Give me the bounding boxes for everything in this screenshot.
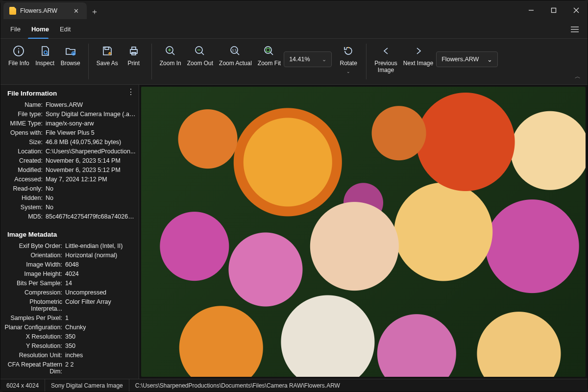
inspect-icon [39,45,51,57]
save-icon [101,45,114,57]
zoom-out-button[interactable]: Zoom Out [184,43,216,69]
zoom-actual-icon: 1:1 [229,45,242,57]
inspect-button[interactable]: Inspect [32,43,58,69]
menu-edit[interactable]: Edit [55,24,75,35]
zoom-in-icon [164,45,177,57]
print-icon [127,45,140,57]
svg-point-8 [18,49,19,49]
info-row: CFA Repeat Pattern Dim:2 2 [0,360,139,376]
minimize-button[interactable] [520,0,542,20]
maximize-button[interactable] [542,0,565,20]
collapse-ribbon-icon[interactable]: ︿ [573,72,583,81]
info-row: Resolution Unit:inches [0,350,139,360]
info-row: Modified:November 6, 2023 5:12 PM [0,165,139,174]
info-row: Name:Flowers.ARW [0,100,139,109]
status-filetype: Sony Digital Camera Image [45,379,129,392]
info-row: Hidden:No [0,193,139,202]
svg-line-21 [172,52,174,55]
zoom-actual-button[interactable]: 1:1 Zoom Actual [216,43,255,69]
next-image-button[interactable]: Next Image [400,43,436,69]
info-row: Created:November 6, 2023 5:14 PM [0,156,139,165]
main-body: ⋮ File Information Name:Flowers.ARW File… [0,85,588,379]
zoom-level-select[interactable]: 14.41% ⌄ [284,51,332,67]
chevron-down-icon: ⌄ [487,56,492,63]
info-row: Read-only:No [0,184,139,193]
info-row: Bits Per Sample:14 [0,278,139,288]
save-as-button[interactable]: Save As [94,43,121,69]
chevron-down-icon: ⌄ [346,69,350,74]
svg-rect-15 [105,47,109,49]
close-window-button[interactable] [565,0,588,20]
close-tab-icon[interactable]: ✕ [72,7,80,15]
status-bar: 6024 x 4024 Sony Digital Camera Image C:… [0,379,588,392]
svg-line-31 [270,52,273,55]
chevron-down-icon: ⌄ [322,56,326,63]
info-row: Orientation:Horizontal (normal) [0,250,139,260]
folder-icon [64,45,77,57]
info-row: Samples Per Pixel:1 [0,313,139,322]
status-dimensions: 6024 x 4024 [0,379,45,392]
menubar: File Home Edit [0,20,588,39]
file-information-heading: File Information [0,85,139,100]
info-row: Planar Configuration:Chunky [0,322,139,332]
info-row: Photometric Interpreta...Color Filter Ar… [0,297,139,313]
image-canvas [141,87,586,377]
menu-file[interactable]: File [5,24,25,35]
svg-line-25 [201,52,204,55]
svg-line-11 [47,53,48,55]
svg-rect-32 [267,49,270,52]
titlebar: Flowers.ARW ✕ ＋ [0,0,588,20]
status-path: C:\Users\SharpenedProductions\Documents\… [129,379,346,392]
info-row: Size:46.8 MB (49,075,962 bytes) [0,137,139,147]
info-panel: ⋮ File Information Name:Flowers.ARW File… [0,85,139,379]
svg-point-10 [44,51,47,54]
info-row: Y Resolution:350 [0,341,139,350]
rotate-icon [342,45,355,57]
svg-rect-17 [130,49,137,53]
svg-rect-1 [552,8,556,13]
image-viewer[interactable] [139,85,588,379]
chevron-right-icon [412,45,425,57]
svg-point-30 [265,47,271,53]
browse-button[interactable]: Browse [58,43,83,69]
hamburger-menu-icon[interactable] [567,22,583,37]
info-row: Compression:Uncompressed [0,288,139,297]
svg-text:1:1: 1:1 [232,49,237,52]
zoom-in-button[interactable]: Zoom In [157,43,184,69]
panel-menu-icon[interactable]: ⋮ [126,87,136,97]
info-row: MD5:85c467fc42754f79fc68a74026a6c... [0,212,139,221]
zoom-value: 14.41% [289,56,310,63]
info-row: Image Width:6048 [0,260,139,269]
image-metadata-heading: Image Metadata [0,226,139,241]
previous-image-button[interactable]: Previous Image [371,43,400,76]
zoom-fit-icon [263,45,275,57]
info-icon [12,45,25,57]
zoom-out-icon [194,45,206,57]
new-tab-button[interactable]: ＋ [87,3,102,20]
svg-line-28 [237,52,239,55]
app-window: Flowers.ARW ✕ ＋ File Home Edit File Info [0,0,588,392]
info-row: Opens with:File Viewer Plus 5 [0,128,139,137]
info-row: MIME Type:image/x-sony-arw [0,119,139,128]
print-button[interactable]: Print [121,43,147,69]
window-controls [520,0,588,20]
rotate-button[interactable]: Rotate ⌄ [336,43,361,76]
info-row: Location:C:\Users\SharpenedProduction... [0,147,139,156]
menu-home[interactable]: Home [26,24,54,35]
ribbon-toolbar: File Info Inspect Browse Save As Print [0,39,588,85]
info-row: System:No [0,202,139,212]
svg-rect-18 [132,47,136,49]
zoom-fit-button[interactable]: Zoom Fit [255,43,284,69]
info-row: Exif Byte Order:Little-endian (Intel, II… [0,241,139,250]
tab-title: Flowers.ARW [20,7,68,14]
document-icon [9,7,16,15]
info-row: X Resolution:350 [0,332,139,341]
info-row: Image Height:4024 [0,269,139,278]
info-row: File type:Sony Digital Camera Image (.ar… [0,109,139,119]
svg-point-33 [348,47,349,48]
image-select-dropdown[interactable]: Flowers.ARW ⌄ [436,51,498,67]
document-tab[interactable]: Flowers.ARW ✕ [3,2,87,19]
chevron-left-icon [380,45,392,57]
file-info-button[interactable]: File Info [5,43,32,69]
panel-scroll[interactable]: File Information Name:Flowers.ARW File t… [0,85,139,379]
